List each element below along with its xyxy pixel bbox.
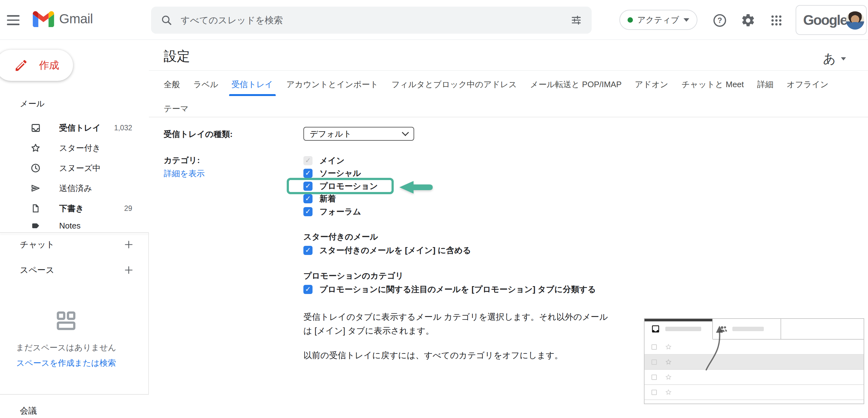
sidebar-item-starred[interactable]: スター付き [0,138,149,158]
sidebar-item-label: Notes [59,221,81,231]
sidebar-item-inbox[interactable]: 受信トレイ 1,032 [0,118,149,138]
tabs-divider [149,117,868,117]
checkbox-promotions-bundling[interactable]: ✓ [303,285,312,294]
input-method-selector[interactable]: あ [823,50,846,67]
inbox-count: 1,032 [114,124,132,132]
categories-description-2: 以前の受信トレイに戻すには、すべてのカテゴリをオフにします。 [303,349,563,362]
sidebar-divider [0,232,149,234]
title-divider [149,70,868,71]
help-button[interactable]: ? [712,12,727,28]
drafts-count: 29 [124,204,132,213]
category-option-forums[interactable]: ✓ フォーラム [303,205,361,218]
illustration-row [645,385,864,400]
checkbox-promotions[interactable]: ✓ [303,182,312,191]
categories-description: 受信トレイのタブに表示するメール カテゴリを選択します。それ以外のメール は [… [303,310,608,338]
tab-theme[interactable]: テーマ [164,100,188,117]
chat-section-header[interactable]: チャット [0,235,149,255]
compose-button[interactable]: 作成 [0,50,73,81]
sidebar-item-sent[interactable]: 送信済み [0,178,149,198]
tab-inbox[interactable]: 受信トレイ [231,73,273,96]
placeholder-bar [665,327,701,331]
checkbox-forums[interactable]: ✓ [303,207,312,216]
tune-icon[interactable] [570,14,582,26]
category-label: 新着 [319,193,336,204]
category-label: ソーシャル [319,168,361,179]
category-label: メイン [319,155,345,166]
status-selector[interactable]: アクティブ [619,10,698,30]
search-input[interactable] [181,15,570,26]
tab-forwarding-pop-imap[interactable]: メール転送と POP/IMAP [530,73,622,96]
star-outline-icon [665,389,672,396]
tab-addons[interactable]: アドオン [635,73,668,96]
category-option-main[interactable]: ✓ メイン [303,154,345,167]
settings-tabs-row2: テーマ [164,100,188,117]
apps-grid-icon [770,14,783,27]
category-option-updates[interactable]: ✓ 新着 [303,192,336,205]
user-avatar[interactable] [846,11,864,30]
chevron-down-icon [402,129,409,136]
promotions-option-row[interactable]: ✓ プロモーションに関する注目のメールを [プロモーション] タブに分類する [303,283,596,296]
illustration-row [645,340,864,355]
spaces-section-header[interactable]: スペース [0,260,149,280]
tab-offline[interactable]: オフライン [787,73,829,96]
search-icon[interactable] [160,14,173,26]
gmail-wordmark: Gmail [59,11,93,26]
star-icon [30,143,41,153]
inbox-type-select[interactable]: デフォルト [303,127,414,141]
status-label: アクティブ [637,14,679,26]
category-label: プロモーション [319,181,378,192]
search-bar[interactable] [151,7,592,34]
google-wordmark: Google [803,12,847,28]
category-option-social[interactable]: ✓ ソーシャル [303,167,361,179]
tab-advanced[interactable]: 詳細 [757,73,774,96]
apps-button[interactable] [769,12,784,28]
sidebar-item-notes[interactable]: Notes [0,218,149,233]
tab-labels[interactable]: ラベル [193,73,218,96]
checkbox-social[interactable]: ✓ [303,169,312,178]
category-option-promotions[interactable]: ✓ プロモーション [303,180,378,192]
tab-chat-meet[interactable]: チャットと Meet [681,73,744,96]
gmail-settings-page: Gmail アクティブ ? [0,0,868,418]
checkbox-main: ✓ [303,156,312,165]
inbox-tabs-preview-illustration [644,318,864,404]
mail-section-label: メール [20,98,45,109]
promotions-heading: プロモーションのカテゴリ [303,270,404,281]
checkbox-updates[interactable]: ✓ [303,194,312,203]
starred-option-row[interactable]: ✓ スター付きのメールを [メイン] に含める [303,244,471,257]
create-or-find-space-link[interactable]: スペースを作成または検索 [0,358,132,368]
main-menu-icon[interactable] [7,12,23,28]
page-title: 設定 [164,48,190,65]
tab-accounts-import[interactable]: アカウントとインポート [286,73,378,96]
illustration-tab-rest [781,319,864,340]
sidebar-item-label: スター付き [59,143,101,154]
spaces-empty-state: まだスペースはありません スペースを作成または検索 [0,311,132,368]
sidebar-item-drafts[interactable]: 下書き 29 [0,198,149,218]
star-outline-icon [665,344,672,350]
inbox-filled-icon [651,324,660,334]
settings-button[interactable] [740,12,756,28]
illustration-primary-tab [645,319,713,340]
checkbox-outline-icon [651,375,657,380]
sidebar-item-label: スヌーズ中 [59,163,101,174]
send-icon [30,183,41,193]
checkbox-outline-icon [651,390,657,395]
tab-general[interactable]: 全般 [164,73,180,96]
settings-tabs: 全般 ラベル 受信トレイ アカウントとインポート フィルタとブロック中のアドレス… [164,73,829,96]
illustration-social-tab [713,319,781,340]
label-icon [30,220,41,231]
checkbox-starred-in-primary[interactable]: ✓ [303,246,312,255]
people-icon [718,324,728,334]
help-icon: ? [713,13,727,28]
inbox-icon [30,122,41,133]
tab-filters-blocked[interactable]: フィルタとブロック中のアドレス [392,73,517,96]
checkbox-outline-icon [651,359,657,365]
google-account-chip[interactable]: Google [796,5,867,35]
show-details-link[interactable]: 詳細を表示 [164,168,205,179]
chat-section-label: チャット [20,239,55,250]
new-space-button[interactable] [122,263,136,277]
svg-text:?: ? [718,16,722,25]
gmail-logo[interactable]: Gmail [33,11,93,27]
sidebar-item-snoozed[interactable]: スヌーズ中 [0,158,149,178]
illustration-tab-bar [645,319,864,340]
new-chat-button[interactable] [122,238,136,251]
